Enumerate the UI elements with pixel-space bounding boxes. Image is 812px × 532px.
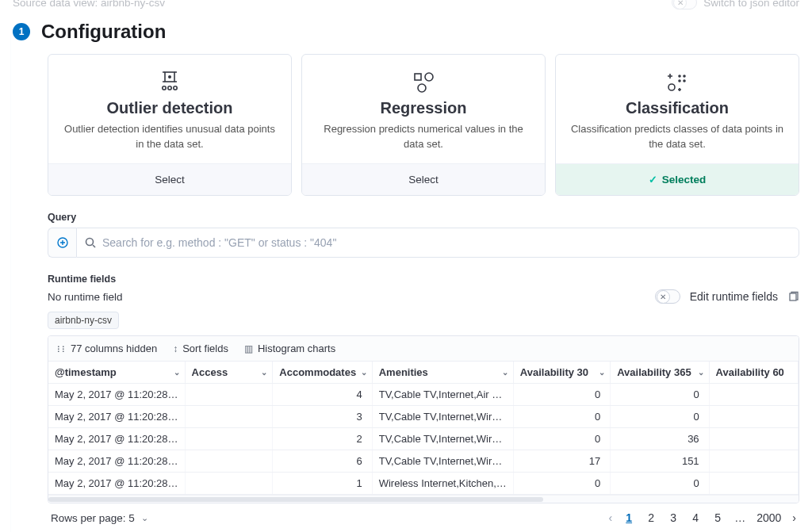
horizontal-scrollbar[interactable] xyxy=(48,495,799,503)
svg-point-14 xyxy=(86,239,94,246)
table-row[interactable]: May 2, 2017 @ 11:20:28…4TV,Cable TV,Inte… xyxy=(48,384,799,406)
query-input[interactable]: Search for e.g. method : "GET" or status… xyxy=(76,228,799,258)
chevron-down-icon: ⌄ xyxy=(698,368,704,377)
svg-point-10 xyxy=(679,80,680,82)
card-classification-title: Classification xyxy=(570,99,784,117)
dataview-pill[interactable]: airbnb-ny-csv xyxy=(48,312,119,329)
page-ellipsis: … xyxy=(734,511,745,524)
source-data-view-label: Source data view: airbnb-ny-csv xyxy=(13,0,165,9)
svg-rect-5 xyxy=(415,74,421,80)
chevron-down-icon: ⌄ xyxy=(261,368,267,377)
prev-page-button[interactable]: ‹ xyxy=(609,511,613,524)
histogram-button[interactable]: ▥Histogram charts xyxy=(244,343,335,354)
query-placeholder: Search for e.g. method : "GET" or status… xyxy=(102,236,336,249)
table-row[interactable]: May 2, 2017 @ 11:20:28…3TV,Cable TV,Inte… xyxy=(48,406,799,428)
card-classification-footer-label: Selected xyxy=(662,174,707,186)
sort-fields-button[interactable]: ↕Sort fields xyxy=(173,343,228,354)
svg-point-2 xyxy=(163,86,166,90)
card-outlier-select-button[interactable]: Select xyxy=(48,163,291,195)
histogram-icon: ▥ xyxy=(244,343,253,354)
runtime-label: Runtime fields xyxy=(48,274,799,285)
columns-hidden-button[interactable]: ⫶⫶77 columns hidden xyxy=(56,343,157,354)
card-regression-title: Regression xyxy=(316,99,530,117)
page-4[interactable]: 4 xyxy=(690,511,701,524)
table-row[interactable]: May 2, 2017 @ 11:20:28…6TV,Cable TV,Inte… xyxy=(48,450,799,473)
card-outlier-desc: Outlier detection identifies unusual dat… xyxy=(63,122,277,154)
col-availability-60[interactable]: Availability 60 xyxy=(709,362,798,384)
json-editor-toggle[interactable] xyxy=(672,0,697,10)
card-regression-desc: Regression predicts numerical values in … xyxy=(316,122,530,154)
svg-point-3 xyxy=(168,86,171,90)
rows-per-page-button[interactable]: Rows per page: 5 ⌄ xyxy=(51,512,148,524)
edit-runtime-toggle[interactable] xyxy=(655,289,680,304)
svg-point-11 xyxy=(684,80,685,82)
col-availability-30[interactable]: Availability 30⌄ xyxy=(513,362,610,384)
svg-point-4 xyxy=(174,86,177,90)
card-classification[interactable]: Classification Classification predicts c… xyxy=(555,54,799,196)
next-page-button[interactable]: › xyxy=(792,511,796,524)
svg-point-1 xyxy=(169,76,170,78)
card-outlier-title: Outlier detection xyxy=(63,99,277,117)
card-outlier[interactable]: Outlier detection Outlier detection iden… xyxy=(48,54,292,196)
classification-icon xyxy=(570,69,784,94)
card-regression-select-button[interactable]: Select xyxy=(302,163,545,195)
svg-point-8 xyxy=(679,75,680,77)
pagination: ‹ 1 2 3 4 5 … 2000 › xyxy=(609,511,797,524)
chevron-down-icon: ⌄ xyxy=(174,368,180,377)
page-2[interactable]: 2 xyxy=(645,511,657,524)
regression-icon xyxy=(316,69,530,94)
outlier-icon xyxy=(63,69,277,94)
columns-icon: ⫶⫶ xyxy=(56,343,66,354)
page-title: Configuration xyxy=(41,21,166,43)
svg-rect-15 xyxy=(790,293,796,300)
page-5[interactable]: 5 xyxy=(712,511,723,524)
edit-runtime-label: Edit runtime fields xyxy=(690,290,778,303)
svg-point-6 xyxy=(425,73,433,81)
card-classification-desc: Classification predicts classes of data … xyxy=(570,122,784,154)
card-regression[interactable]: Regression Regression predicts numerical… xyxy=(301,54,546,196)
search-icon xyxy=(85,237,96,248)
step-badge: 1 xyxy=(13,23,30,40)
page-last[interactable]: 2000 xyxy=(756,511,781,524)
query-language-button[interactable] xyxy=(48,228,76,258)
col-access[interactable]: Access⌄ xyxy=(185,362,273,384)
svg-point-7 xyxy=(418,84,426,92)
chevron-down-icon: ⌄ xyxy=(141,513,148,523)
col-accommodates[interactable]: Accommodates⌄ xyxy=(273,362,372,384)
table-row[interactable]: May 2, 2017 @ 11:20:28…1Wireless Interne… xyxy=(48,473,799,495)
page-3[interactable]: 3 xyxy=(668,511,679,524)
page-1[interactable]: 1 xyxy=(623,511,634,524)
col-amenities[interactable]: Amenities⌄ xyxy=(372,362,513,384)
chevron-down-icon: ⌄ xyxy=(502,368,508,377)
sort-icon: ↕ xyxy=(173,343,178,354)
svg-point-9 xyxy=(684,75,685,77)
chevron-down-icon: ⌄ xyxy=(361,368,367,377)
runtime-empty-text: No runtime field xyxy=(48,291,123,303)
data-preview-table: ⫶⫶77 columns hidden ↕Sort fields ▥Histog… xyxy=(48,335,799,503)
json-editor-label: Switch to json editor xyxy=(703,0,799,9)
chevron-down-icon: ⌄ xyxy=(599,368,605,377)
table-row[interactable]: May 2, 2017 @ 11:20:28…2TV,Cable TV,Inte… xyxy=(48,428,799,450)
query-label: Query xyxy=(48,212,799,223)
col-timestamp[interactable]: @timestamp⌄ xyxy=(48,362,185,384)
svg-point-12 xyxy=(668,84,675,90)
col-availability-365[interactable]: Availability 365⌄ xyxy=(611,362,709,384)
card-classification-selected: ✓ Selected xyxy=(556,163,799,195)
copy-icon[interactable] xyxy=(787,291,799,303)
check-icon: ✓ xyxy=(649,174,657,186)
